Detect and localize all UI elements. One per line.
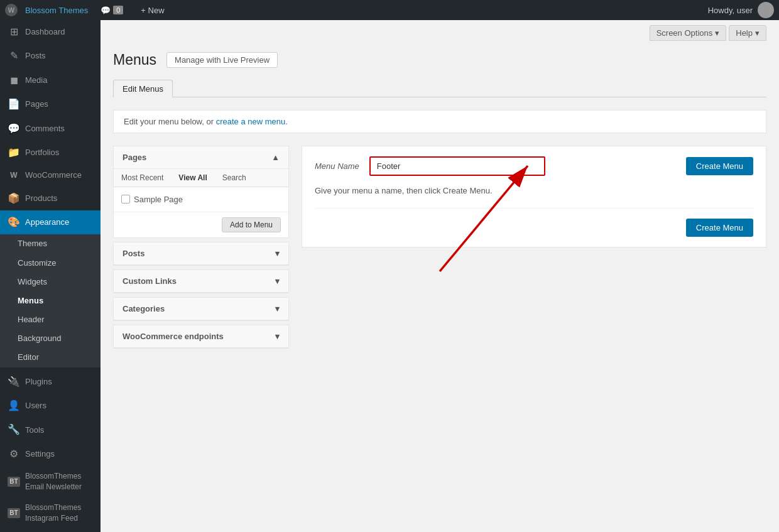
site-name[interactable]: Blossom Themes — [25, 6, 88, 15]
sidebar: ⊞ Dashboard ✎ Posts ◼ Media 📄 Pages 💬 Co… — [0, 20, 101, 532]
sidebar-item-dashboard[interactable]: ⊞ Dashboard — [0, 20, 101, 44]
pages-tabs: Most Recent View All Search — [114, 169, 288, 187]
sidebar-item-plugins[interactable]: 🔌 Plugins — [0, 370, 101, 394]
sidebar-item-appearance[interactable]: 🎨 Appearance — [0, 210, 101, 234]
howdy-label: Howdy, user — [708, 6, 753, 15]
tab-edit-menus[interactable]: Edit Menus — [113, 80, 173, 97]
sidebar-item-widgets[interactable]: Widgets — [0, 273, 101, 291]
menu-right-panel: Menu Name Footer Create Menu Give your m… — [302, 146, 766, 247]
sidebar-item-portfolios[interactable]: 📁 Portfolios — [0, 141, 101, 165]
sidebar-item-editor[interactable]: Editor — [0, 348, 101, 367]
sidebar-item-themes[interactable]: Themes — [0, 234, 101, 253]
blossom-newsletter-icon: BT — [8, 477, 20, 487]
comment-icon: 💬 — [101, 6, 111, 15]
bottom-actions: Create Menu — [315, 208, 753, 237]
sidebar-item-users[interactable]: 👤 Users — [0, 394, 101, 418]
sidebar-item-woocommerce[interactable]: W WooCommerce — [0, 165, 101, 186]
accordion-custom-links-header[interactable]: Custom Links ▾ — [114, 270, 288, 293]
accordion-woocommerce-header[interactable]: WooCommerce endpoints ▾ — [114, 325, 288, 348]
accordion-posts: Posts ▾ — [113, 242, 289, 266]
page-checkbox-sample[interactable] — [121, 195, 130, 204]
sidebar-item-label: BlossomThemes Email Newsletter — [25, 471, 93, 492]
products-icon: 📦 — [8, 192, 20, 205]
blossom-instagram-icon: BT — [8, 508, 20, 518]
sidebar-item-customize[interactable]: Customize — [0, 254, 101, 273]
info-text: Edit your menu below, or — [124, 117, 214, 126]
plugins-icon: 🔌 — [8, 375, 20, 389]
sidebar-item-label: Tools — [25, 425, 44, 436]
accordion-pages: Pages ▲ Most Recent View All Search — [113, 146, 289, 238]
pages-list: Sample Page — [114, 187, 288, 212]
sidebar-item-label: Products — [25, 193, 57, 204]
sidebar-item-label: Posts — [25, 50, 46, 62]
accordion-posts-header[interactable]: Posts ▾ — [114, 242, 288, 265]
sidebar-item-blossom-instagram[interactable]: BT BlossomThemes Instagram Feed — [0, 497, 101, 529]
page-header: Menus Manage with Live Preview — [113, 51, 766, 70]
screen-options-button[interactable]: Screen Options ▾ — [650, 25, 727, 41]
accordion-woocommerce-arrow: ▾ — [275, 332, 280, 341]
sidebar-item-label: Settings — [25, 448, 55, 460]
pages-tab-most-recent[interactable]: Most Recent — [114, 169, 171, 187]
help-arrow: ▾ — [755, 28, 760, 38]
create-menu-button-bottom[interactable]: Create Menu — [686, 219, 753, 237]
accordion-categories-header[interactable]: Categories ▾ — [114, 298, 288, 320]
comments-menu[interactable]: 💬 0 — [95, 0, 128, 20]
pages-tab-view-all[interactable]: View All — [171, 169, 214, 187]
sidebar-item-label: Dashboard — [25, 26, 65, 38]
pages-tab-search[interactable]: Search — [215, 169, 254, 187]
customize-label: Customize — [18, 258, 56, 269]
main-content: Screen Options ▾ Help ▾ Menus Manage wit… — [101, 20, 779, 532]
appearance-icon: 🎨 — [8, 215, 20, 229]
menus-label: Menus — [18, 295, 43, 307]
sidebar-item-label: Media — [25, 75, 47, 86]
dashboard-icon: ⊞ — [8, 25, 20, 39]
sidebar-item-label: Appearance — [25, 217, 69, 228]
woocommerce-icon: W — [8, 170, 20, 181]
add-to-menu-bar: Add to Menu — [114, 212, 288, 237]
menu-name-input[interactable]: Footer — [369, 156, 545, 176]
accordion-categories-title: Categories — [123, 304, 165, 313]
accordion-woocommerce: WooCommerce endpoints ▾ — [113, 325, 289, 349]
sidebar-item-settings[interactable]: ⚙ Settings — [0, 442, 101, 466]
page-title: Menus — [113, 51, 156, 70]
sidebar-item-pages[interactable]: 📄 Pages — [0, 92, 101, 116]
sidebar-item-label: Users — [25, 400, 46, 411]
widgets-label: Widgets — [18, 276, 47, 288]
create-menu-link[interactable]: create a new menu — [216, 117, 286, 126]
sidebar-item-label: BlossomThemes Instagram Feed — [25, 502, 93, 524]
sidebar-item-header[interactable]: Header — [0, 310, 101, 329]
sidebar-item-label: Pages — [25, 99, 48, 110]
accordion-pages-header[interactable]: Pages ▲ — [114, 146, 288, 169]
sidebar-item-label: Plugins — [25, 376, 52, 388]
accordion-posts-arrow: ▾ — [275, 249, 280, 258]
settings-icon: ⚙ — [8, 447, 20, 461]
create-menu-button-top[interactable]: Create Menu — [686, 157, 753, 175]
sidebar-item-menus[interactable]: Menus — [0, 291, 101, 310]
sidebar-item-products[interactable]: 📦 Products — [0, 187, 101, 210]
sidebar-item-comments[interactable]: 💬 Comments — [0, 117, 101, 141]
live-preview-button[interactable]: Manage with Live Preview — [166, 52, 278, 68]
sidebar-item-media[interactable]: ◼ Media — [0, 68, 101, 92]
posts-icon: ✎ — [8, 49, 20, 63]
help-label: Help — [736, 28, 753, 38]
accordion-pages-content: Most Recent View All Search Sample Page — [114, 169, 288, 237]
tab-wrapper: Edit Menus — [113, 80, 766, 97]
accordion-pages-title: Pages — [123, 153, 146, 162]
add-to-menu-button[interactable]: Add to Menu — [222, 217, 281, 232]
themes-label: Themes — [18, 238, 47, 249]
help-button[interactable]: Help ▾ — [729, 25, 766, 41]
sidebar-item-background[interactable]: Background — [0, 329, 101, 348]
avatar — [758, 2, 774, 18]
new-content-menu[interactable]: + New — [136, 0, 169, 20]
menu-name-row: Menu Name Footer Create Menu — [315, 156, 753, 176]
pages-icon: 📄 — [8, 97, 20, 111]
accordion-pages-arrow: ▲ — [271, 153, 280, 162]
comments-icon: 💬 — [8, 122, 20, 136]
accordion-posts-title: Posts — [123, 249, 144, 258]
sidebar-item-posts[interactable]: ✎ Posts — [0, 44, 101, 68]
editor-label: Editor — [18, 352, 39, 363]
sidebar-item-tools[interactable]: 🔧 Tools — [0, 418, 101, 442]
header-label: Header — [18, 314, 45, 325]
sidebar-item-blossom-newsletter[interactable]: BT BlossomThemes Email Newsletter — [0, 466, 101, 497]
menu-instructions: Give your menu a name, then click Create… — [315, 186, 753, 195]
